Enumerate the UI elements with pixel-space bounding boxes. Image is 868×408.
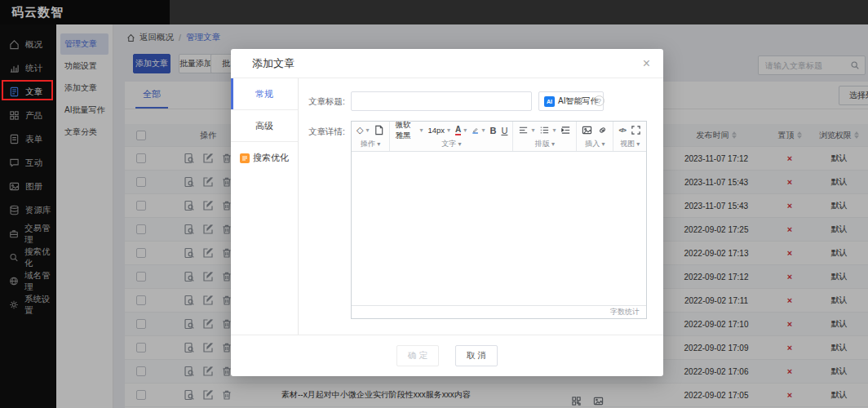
article-title-label: 文章标题:: [294, 96, 345, 108]
insert-image-icon[interactable]: [582, 125, 592, 135]
ai-icon: AI: [544, 96, 555, 107]
rich-text-editor: ◇▾ 操作 微软雅黑▾ 14px▾ A▾ ▾ B U 文字: [351, 121, 647, 319]
modal-header: 添加文章 ×: [231, 49, 663, 78]
modal-tab-label: 常规: [255, 88, 273, 100]
modal-tab-高级[interactable]: 高级: [231, 110, 298, 142]
font-color-icon[interactable]: A: [455, 126, 461, 135]
bold-icon[interactable]: B: [489, 126, 496, 135]
close-icon[interactable]: ×: [643, 57, 650, 70]
editor-group-layout: ▾ ▾ 排版: [513, 122, 577, 151]
fullscreen-icon[interactable]: [631, 125, 641, 135]
font-size-select[interactable]: 14px: [427, 126, 445, 135]
editor-content-area[interactable]: [352, 152, 646, 305]
source-code-icon[interactable]: </>: [618, 126, 626, 134]
editor-group-text: 微软雅黑▾ 14px▾ A▾ ▾ B U 文字: [390, 122, 513, 151]
highlight-color-icon[interactable]: [472, 125, 479, 135]
editor-group-view: </> 视图: [613, 122, 646, 151]
ai-write-label: AI智能写作: [558, 95, 598, 107]
modal-tab-column: 常规高级搜索优化: [231, 78, 299, 335]
insert-link-icon[interactable]: [597, 125, 608, 135]
modal-title: 添加文章: [252, 56, 294, 71]
article-title-input[interactable]: [351, 91, 532, 111]
seo-icon: [240, 153, 250, 163]
editor-group-operations: ◇▾ 操作: [352, 122, 390, 151]
article-detail-label: 文章详情:: [294, 126, 345, 138]
editor-status-bar: 字数统计: [352, 305, 646, 318]
paste-doc-icon[interactable]: [374, 125, 384, 135]
confirm-button[interactable]: 确 定: [396, 345, 439, 366]
editor-group-insert: 插入: [577, 122, 613, 151]
modal-tab-搜索优化[interactable]: 搜索优化: [231, 142, 298, 174]
font-family-select[interactable]: 微软雅黑: [395, 120, 417, 141]
cancel-button[interactable]: 取 消: [455, 345, 498, 366]
add-article-modal: 添加文章 × 常规高级搜索优化 文章标题: AI AI智能写作 ? 文章详情: …: [231, 49, 663, 376]
underline-icon[interactable]: U: [501, 126, 507, 135]
align-icon[interactable]: [518, 125, 529, 135]
help-icon[interactable]: ?: [594, 95, 604, 106]
modal-footer: 确 定 取 消: [231, 335, 663, 376]
modal-tab-label: 高级: [255, 120, 273, 132]
word-count-label[interactable]: 字数统计: [610, 307, 640, 317]
modal-tab-label: 搜索优化: [253, 152, 289, 164]
modal-tab-常规[interactable]: 常规: [231, 78, 298, 110]
format-clear-icon[interactable]: ◇: [356, 125, 363, 135]
indent-icon[interactable]: [560, 125, 571, 135]
editor-toolbar: ◇▾ 操作 微软雅黑▾ 14px▾ A▾ ▾ B U 文字: [352, 122, 646, 152]
list-icon[interactable]: [539, 125, 550, 135]
